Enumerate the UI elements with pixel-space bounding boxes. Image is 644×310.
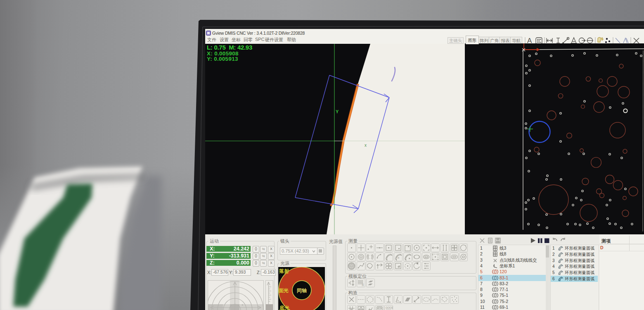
svg-text:底光: 底光 bbox=[279, 305, 289, 310]
svg-text:GOOD: GOOD bbox=[386, 306, 393, 309]
svg-text:R: R bbox=[398, 257, 400, 259]
svg-text:落射: 落射 bbox=[279, 268, 289, 274]
svg-text:面光: 面光 bbox=[278, 288, 289, 293]
svg-text:同轴: 同轴 bbox=[297, 288, 307, 293]
svg-text:宜: 宜 bbox=[362, 283, 364, 286]
